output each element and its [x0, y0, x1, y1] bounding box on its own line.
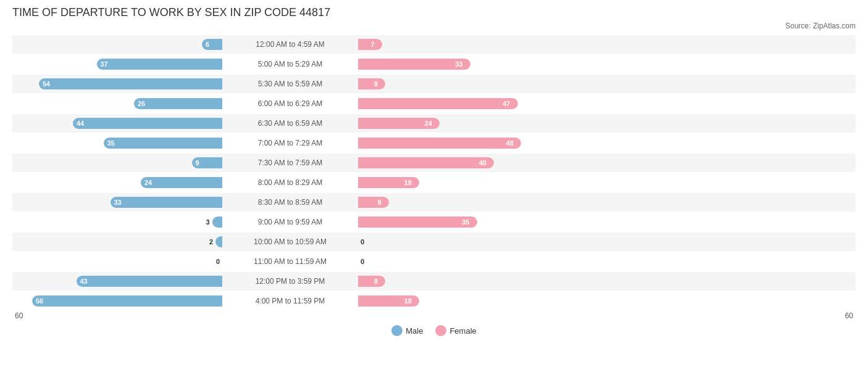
female-value-label: 47 — [503, 100, 514, 107]
female-bar: 7 — [358, 39, 382, 50]
female-bar: 8 — [358, 78, 385, 89]
female-bar-section: 40 — [358, 154, 568, 172]
legend-female: Female — [435, 325, 476, 336]
male-bar: 6 — [202, 39, 222, 50]
male-bar-section: 24 — [12, 173, 222, 192]
axis-right-label: 60 — [646, 311, 856, 320]
male-bar: 43 — [77, 276, 223, 287]
female-value-label: 7 — [370, 41, 378, 48]
female-bar: 33 — [358, 59, 470, 70]
female-value-label: 33 — [455, 60, 466, 68]
male-value-label: 9 — [192, 159, 199, 167]
time-label: 6:00 AM to 6:29 AM — [222, 99, 358, 108]
source-label: Source: ZipAtlas.com — [12, 22, 856, 30]
male-bar: 54 — [39, 78, 222, 89]
female-value-label: 24 — [425, 120, 436, 127]
female-bar-section: 9 — [358, 193, 568, 212]
male-bar-section: 43 — [12, 272, 222, 291]
female-bar: 48 — [358, 138, 521, 149]
time-label: 5:00 AM to 5:29 AM — [222, 60, 358, 68]
axis-left-label: 60 — [12, 311, 222, 320]
time-label: 12:00 PM to 3:59 PM — [222, 277, 358, 286]
female-value-label: 0 — [361, 258, 364, 265]
female-bar: 18 — [358, 177, 419, 188]
male-bar: 24 — [141, 177, 222, 188]
male-bar: 3 — [212, 216, 223, 228]
chart-row: 375:00 AM to 5:29 AM33 — [12, 55, 856, 73]
male-bar-section: 56 — [12, 292, 222, 310]
male-bar-section: 6 — [12, 35, 222, 54]
chart-row: 564:00 PM to 11:59 PM18 — [12, 292, 856, 310]
female-bar: 8 — [358, 276, 385, 287]
male-value-label: 6 — [202, 41, 209, 48]
female-bar-section: 33 — [358, 55, 568, 73]
chart-row: 446:30 AM to 6:59 AM24 — [12, 114, 856, 133]
male-bar-section: 26 — [12, 94, 222, 113]
time-label: 7:00 AM to 7:29 AM — [222, 139, 358, 147]
chart-title: TIME OF DEPARTURE TO WORK BY SEX IN ZIP … — [12, 6, 856, 19]
male-value-label: 3 — [206, 218, 209, 226]
time-label: 4:00 PM to 11:59 PM — [222, 297, 358, 305]
time-label: 9:00 AM to 9:59 AM — [222, 218, 358, 226]
male-bar: 44 — [73, 118, 222, 129]
female-bar: 9 — [358, 197, 389, 208]
male-bar: 2 — [215, 236, 222, 247]
male-bar: 26 — [134, 98, 222, 109]
female-bar: 24 — [358, 118, 440, 129]
female-bar-section: 18 — [358, 292, 568, 310]
male-bar-section: 0 — [12, 252, 222, 271]
time-label: 8:30 AM to 8:59 AM — [222, 198, 358, 207]
chart-row: 210:00 AM to 10:59 AM0 — [12, 233, 856, 251]
male-legend-icon — [391, 325, 403, 336]
male-bar-section: 44 — [12, 114, 222, 133]
time-label: 6:30 AM to 6:59 AM — [222, 119, 358, 128]
chart-row: 011:00 AM to 11:59 AM0 — [12, 252, 856, 271]
male-bar: 9 — [192, 157, 223, 168]
female-bar-section: 0 — [358, 233, 568, 251]
female-bar-section: 8 — [358, 75, 568, 93]
female-value-label: 18 — [404, 297, 415, 305]
male-value-label: 43 — [77, 278, 88, 285]
time-label: 7:30 AM to 7:59 AM — [222, 159, 358, 167]
chart-area: 612:00 AM to 4:59 AM7375:00 AM to 5:29 A… — [12, 35, 856, 310]
male-value-label: 44 — [73, 120, 84, 127]
chart-row: 39:00 AM to 9:59 AM35 — [12, 213, 856, 231]
female-value-label: 40 — [479, 159, 490, 167]
female-value-label: 8 — [374, 278, 382, 285]
male-legend-label: Male — [406, 326, 423, 336]
male-value-label: 2 — [209, 238, 213, 245]
chart-row: 248:00 AM to 8:29 AM18 — [12, 173, 856, 192]
male-bar-section: 2 — [12, 233, 222, 251]
female-value-label: 8 — [374, 80, 382, 88]
time-label: 10:00 AM to 10:59 AM — [222, 237, 358, 246]
female-legend-label: Female — [449, 326, 476, 336]
legend-male: Male — [391, 325, 423, 336]
female-bar-section: 48 — [358, 134, 568, 152]
time-label: 12:00 AM to 4:59 AM — [222, 40, 358, 49]
male-value-label: 24 — [141, 179, 152, 186]
male-bar-section: 33 — [12, 193, 222, 212]
female-bar-section: 35 — [358, 213, 568, 231]
female-value-label: 35 — [462, 218, 473, 226]
male-value-label: 35 — [104, 139, 115, 147]
female-bar: 18 — [358, 295, 419, 307]
male-bar-section: 3 — [12, 213, 222, 231]
female-bar-section: 47 — [358, 94, 568, 113]
chart-row: 338:30 AM to 8:59 AM9 — [12, 193, 856, 212]
male-bar-section: 35 — [12, 134, 222, 152]
male-bar-section: 37 — [12, 55, 222, 73]
time-label: 5:30 AM to 5:59 AM — [222, 80, 358, 88]
chart-row: 4312:00 PM to 3:59 PM8 — [12, 272, 856, 291]
male-bar: 56 — [32, 295, 222, 307]
female-bar: 47 — [358, 98, 518, 109]
male-bar-section: 54 — [12, 75, 222, 93]
male-bar: 37 — [97, 59, 223, 70]
female-value-label: 9 — [377, 199, 385, 206]
female-bar-section: 18 — [358, 173, 568, 192]
male-value-label: 54 — [39, 80, 50, 88]
time-label: 8:00 AM to 8:29 AM — [222, 178, 358, 187]
chart-row: 97:30 AM to 7:59 AM40 — [12, 154, 856, 172]
female-bar: 40 — [358, 157, 494, 168]
chart-row: 545:30 AM to 5:59 AM8 — [12, 75, 856, 93]
female-value-label: 0 — [361, 238, 364, 245]
